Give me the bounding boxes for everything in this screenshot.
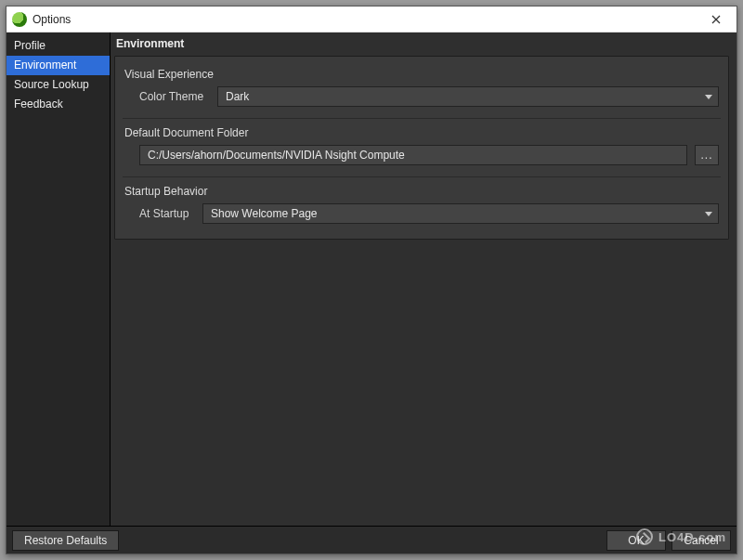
sidebar-item-environment[interactable]: Environment: [7, 56, 110, 75]
label-color-theme: Color Theme: [139, 90, 210, 103]
row-color-theme: Color Theme Dark: [124, 86, 719, 111]
select-color-theme-value: Dark: [226, 90, 249, 103]
section-startup-behavior: Startup Behavior: [124, 181, 719, 203]
sidebar-item-source-lookup[interactable]: Source Lookup: [7, 75, 110, 95]
app-icon: [12, 12, 27, 27]
close-icon: [711, 15, 721, 24]
restore-defaults-button[interactable]: Restore Defaults: [12, 530, 119, 551]
body: Profile Environment Source Lookup Feedba…: [7, 33, 736, 526]
window-title: Options: [33, 13, 701, 26]
settings-panel: Visual Experience Color Theme Dark Defau…: [114, 56, 729, 240]
titlebar: Options: [7, 7, 736, 33]
client-area: Profile Environment Source Lookup Feedba…: [7, 33, 736, 553]
row-at-startup: At Startup Show Welcome Page: [124, 203, 719, 228]
section-default-document-folder: Default Document Folder: [124, 123, 719, 145]
select-at-startup[interactable]: Show Welcome Page: [202, 203, 719, 224]
main-panel: Environment Visual Experience Color Them…: [111, 33, 736, 526]
cancel-button[interactable]: Cancel: [671, 530, 731, 551]
row-document-folder: C:/Users/ahorn/Documents/NVIDIA Nsight C…: [124, 145, 719, 169]
ok-button[interactable]: OK: [606, 530, 666, 551]
input-document-folder[interactable]: C:/Users/ahorn/Documents/NVIDIA Nsight C…: [139, 145, 687, 165]
section-visual-experience: Visual Experience: [124, 64, 719, 86]
options-window: Options Profile Environment Source Looku…: [6, 6, 737, 554]
chevron-down-icon: [705, 212, 712, 216]
select-color-theme[interactable]: Dark: [217, 86, 719, 107]
document-folder-value: C:/Users/ahorn/Documents/NVIDIA Nsight C…: [148, 149, 405, 162]
browse-button[interactable]: ...: [695, 145, 719, 165]
close-button[interactable]: [701, 7, 731, 32]
chevron-down-icon: [705, 95, 712, 99]
sidebar-item-profile[interactable]: Profile: [7, 36, 110, 56]
sidebar: Profile Environment Source Lookup Feedba…: [7, 33, 111, 526]
divider: [123, 118, 721, 119]
sidebar-item-feedback[interactable]: Feedback: [7, 95, 110, 114]
select-at-startup-value: Show Welcome Page: [211, 207, 318, 220]
label-at-startup: At Startup: [139, 207, 195, 220]
divider: [123, 176, 721, 177]
page-title: Environment: [114, 35, 729, 56]
footer: Restore Defaults OK Cancel: [7, 526, 736, 553]
